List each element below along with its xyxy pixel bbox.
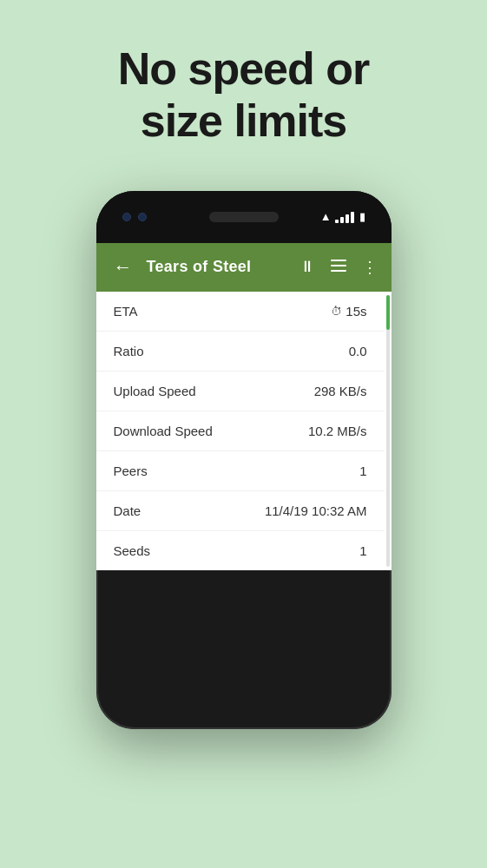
signal-bar-3 xyxy=(346,214,349,223)
camera-area xyxy=(122,213,147,221)
info-label: ETA xyxy=(114,304,138,319)
signal-bar-4 xyxy=(351,212,354,223)
signal-bar-2 xyxy=(340,217,344,223)
info-row: Download Speed10.2 MB/s xyxy=(96,411,385,451)
phone-mockup: ▲ ▮ ← Tears of Steel ⏸ xyxy=(96,191,392,729)
battery-icon: ▮ xyxy=(359,210,365,223)
info-value: 0.0 xyxy=(349,344,367,358)
info-value: 10.2 MB/s xyxy=(308,424,367,438)
info-row: Seeds1 xyxy=(96,531,385,570)
info-value: 298 KB/s xyxy=(314,384,367,398)
scroll-indicator xyxy=(386,295,390,567)
scroll-thumb xyxy=(386,295,390,330)
info-value: 1 xyxy=(359,543,366,558)
info-label: Ratio xyxy=(114,344,144,358)
info-value: 11/4/19 10:32 AM xyxy=(265,503,367,518)
list-button[interactable] xyxy=(331,260,346,275)
headline-line2: size limits xyxy=(141,95,347,146)
toolbar-title: Tears of Steel xyxy=(147,258,289,276)
status-bar-right: ▲ ▮ xyxy=(320,210,365,223)
headline: No speed or size limits xyxy=(92,43,396,148)
info-row: Ratio0.0 xyxy=(96,332,385,372)
info-label: Upload Speed xyxy=(114,384,196,398)
pause-button[interactable]: ⏸ xyxy=(299,258,315,276)
signal-bar-1 xyxy=(335,220,339,223)
svg-rect-1 xyxy=(331,265,346,266)
phone-top-bar: ▲ ▮ xyxy=(96,191,392,243)
signal-bars xyxy=(335,211,354,223)
app-screen: ← Tears of Steel ⏸ ⋮ xyxy=(96,243,392,570)
speaker xyxy=(209,212,279,222)
info-value: ⏱15s xyxy=(331,304,366,319)
info-row: Peers1 xyxy=(96,451,385,491)
phone-outer: ▲ ▮ ← Tears of Steel ⏸ xyxy=(96,191,392,729)
toolbar: ← Tears of Steel ⏸ ⋮ xyxy=(96,243,392,292)
wifi-icon: ▲ xyxy=(320,210,332,223)
camera-dot-2 xyxy=(138,213,147,221)
headline-line1: No speed or xyxy=(118,43,370,94)
more-button[interactable]: ⋮ xyxy=(362,258,378,277)
info-label: Seeds xyxy=(114,543,151,558)
toolbar-actions: ⏸ ⋮ xyxy=(299,258,378,277)
info-row: ETA⏱15s xyxy=(96,292,385,332)
info-row: Upload Speed298 KB/s xyxy=(96,372,385,411)
clock-icon: ⏱ xyxy=(331,305,342,318)
camera-dot-1 xyxy=(122,213,131,221)
info-label: Download Speed xyxy=(114,424,213,438)
phone-content-wrapper: ETA⏱15sRatio0.0Upload Speed298 KB/sDownl… xyxy=(96,292,392,570)
info-list: ETA⏱15sRatio0.0Upload Speed298 KB/sDownl… xyxy=(96,292,385,570)
list-icon xyxy=(331,260,346,272)
svg-rect-0 xyxy=(331,260,346,261)
svg-rect-2 xyxy=(331,270,346,272)
info-label: Date xyxy=(114,503,141,518)
info-row: Date11/4/19 10:32 AM xyxy=(96,491,385,531)
info-value: 1 xyxy=(359,464,366,478)
info-label: Peers xyxy=(114,464,148,478)
back-button[interactable]: ← xyxy=(110,253,136,282)
